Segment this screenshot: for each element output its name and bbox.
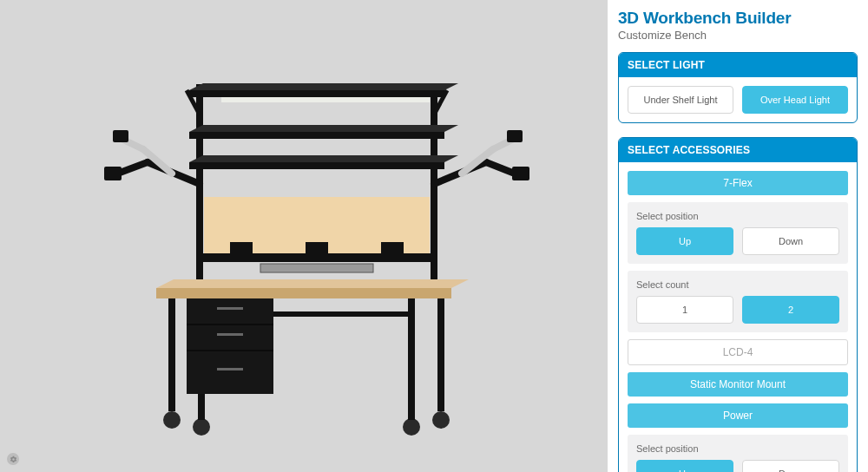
- panel-header-light: SELECT LIGHT: [619, 53, 857, 77]
- option-over-head-light[interactable]: Over Head Light: [742, 86, 848, 114]
- 7-flex-position-down[interactable]: Down: [742, 227, 839, 255]
- svg-rect-21: [260, 264, 373, 272]
- accessory-7-flex[interactable]: 7-Flex: [628, 171, 848, 195]
- 7-flex-count-2[interactable]: 2: [742, 296, 839, 324]
- page-title: 3D Workbench Builder: [618, 9, 858, 28]
- label-select-count: Select count: [636, 279, 839, 290]
- panel-select-light: SELECT LIGHT Under Shelf Light Over Head…: [618, 52, 858, 123]
- power-position-up[interactable]: Up: [636, 460, 733, 472]
- svg-rect-10: [156, 288, 451, 298]
- svg-rect-16: [217, 368, 243, 370]
- 7-flex-position-group: Select position Up Down: [628, 202, 848, 264]
- label-power-position: Select position: [636, 443, 839, 454]
- gear-icon: [10, 456, 17, 463]
- 7-flex-position-up[interactable]: Up: [636, 227, 733, 255]
- svg-rect-15: [217, 333, 243, 336]
- svg-rect-38: [104, 167, 122, 180]
- svg-rect-14: [217, 307, 243, 310]
- svg-marker-28: [189, 125, 458, 132]
- power-position-down[interactable]: Down: [742, 460, 839, 472]
- label-select-position: Select position: [636, 211, 839, 221]
- svg-rect-44: [512, 167, 529, 180]
- svg-point-2: [403, 418, 420, 436]
- panel-select-accessories: SELECT ACCESSORIES 7-Flex Select positio…: [618, 137, 858, 472]
- svg-rect-31: [221, 97, 430, 102]
- svg-marker-30: [189, 83, 458, 90]
- svg-rect-39: [113, 130, 128, 142]
- svg-rect-23: [306, 242, 328, 259]
- 7-flex-count-group: Select count 1 2: [628, 271, 848, 332]
- 7-flex-count-1[interactable]: 1: [636, 296, 733, 324]
- svg-rect-11: [187, 298, 273, 394]
- 3d-viewport[interactable]: [0, 0, 608, 472]
- panel-header-accessories: SELECT ACCESSORIES: [619, 138, 857, 162]
- svg-marker-26: [189, 155, 458, 162]
- svg-rect-25: [189, 162, 444, 169]
- accessory-static-monitor-mount[interactable]: Static Monitor Mount: [628, 372, 848, 397]
- svg-point-0: [163, 411, 181, 429]
- svg-marker-9: [156, 279, 469, 288]
- svg-point-1: [193, 418, 210, 436]
- workbench-render: [61, 28, 547, 444]
- page-subtitle: Customize Bench: [618, 29, 858, 42]
- svg-rect-22: [230, 242, 253, 259]
- svg-rect-45: [507, 130, 523, 142]
- svg-point-3: [432, 411, 450, 429]
- svg-rect-24: [381, 242, 404, 259]
- viewport-settings-button[interactable]: [7, 453, 19, 465]
- option-under-shelf-light[interactable]: Under Shelf Light: [628, 86, 733, 114]
- config-sidebar: 3D Workbench Builder Customize Bench SEL…: [608, 0, 868, 472]
- accessory-power[interactable]: Power: [628, 403, 848, 428]
- accessory-lcd-4[interactable]: LCD-4: [628, 339, 848, 365]
- power-position-group: Select position Up Down: [628, 435, 848, 472]
- svg-rect-29: [189, 90, 444, 97]
- svg-rect-27: [189, 132, 444, 139]
